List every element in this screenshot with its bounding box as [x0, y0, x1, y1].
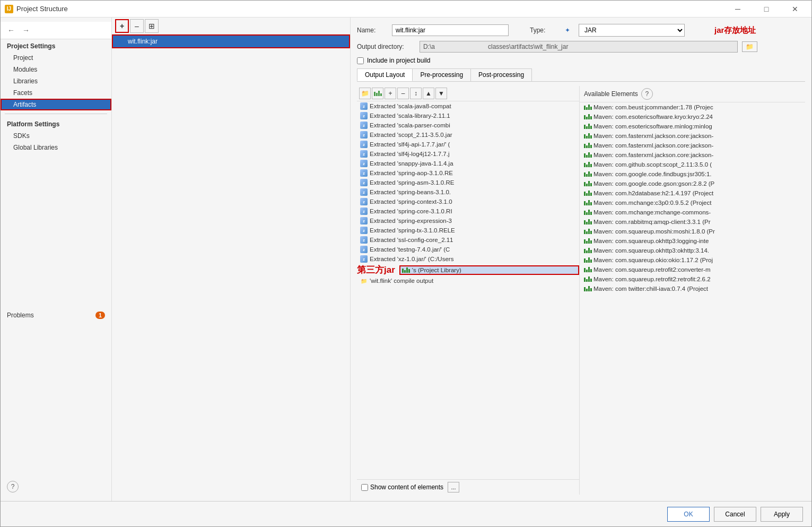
avail-item-11[interactable]: Maven: com.mchange:mchange-commons- [580, 208, 805, 217]
avail-item-18[interactable]: Maven: com.squareup.retrofit2:retrofit:2… [580, 274, 805, 284]
avail-item-5[interactable]: Maven: com.fasterxml.jackson.core:jackso… [580, 150, 805, 160]
maven-bars-0 [584, 105, 592, 110]
name-input[interactable] [392, 24, 509, 36]
tree-list: z Extracted 'scala-java8-compat z Extrac… [357, 101, 579, 479]
bar17-2 [404, 270, 406, 273]
tree-item-11[interactable]: z Extracted 'spring-core-3.1.0.RI [357, 206, 579, 216]
tree-down-btn[interactable]: ▼ [435, 88, 447, 99]
maximize-button[interactable]: □ [754, 1, 779, 18]
tree-item-13[interactable]: z Extracted 'spring-tx-3.1.0.RELE [357, 226, 579, 235]
tree-sort-btn[interactable]: ↕ [410, 88, 422, 99]
tree-item-6[interactable]: z Extracted 'snappy-java-1.1.4.ja [357, 159, 579, 168]
avail-item-0[interactable]: Maven: com.beust:jcommander:1.78 (Projec [580, 102, 805, 112]
avail-item-12[interactable]: Maven: com.rabbitmq:amqp-client:3.3.1 (P… [580, 217, 805, 227]
avail-label-1: Maven: com.esotericsoftware.kryo:kryo:2.… [593, 114, 713, 120]
artifact-item-wit-flink-jar[interactable]: ✦ wit.flink:jar [112, 34, 350, 48]
bar1 [374, 92, 376, 96]
sidebar-item-global-libraries[interactable]: Global Libraries [1, 142, 111, 153]
tree-item-5[interactable]: z Extracted 'slf4j-log4j12-1.7.7.j [357, 149, 579, 159]
copy-artifact-button[interactable]: ⊞ [145, 19, 159, 33]
tree-item-18[interactable]: 📁 'wit.flink' compile output [357, 276, 579, 286]
avail-label-9: Maven: com.h2database:h2:1.4.197 (Projec… [593, 190, 713, 196]
show-content-label: Show content of elements [370, 483, 443, 491]
tree-item-10[interactable]: z Extracted 'spring-context-3.1.0 [357, 197, 579, 206]
remove-artifact-button[interactable]: – [130, 19, 144, 33]
avail-item-10[interactable]: Maven: com.mchange:c3p0:0.9.5.2 (Project [580, 198, 805, 208]
avail-item-15[interactable]: Maven: com.squareup.okhttp3:okhttp:3.14. [580, 246, 805, 255]
artifact-toolbar: + – ⊞ [112, 18, 350, 34]
apply-button[interactable]: Apply [761, 507, 803, 522]
type-select[interactable]: JAR [579, 24, 685, 37]
add-artifact-button[interactable]: + [115, 19, 129, 33]
zip-icon-3: z [360, 131, 368, 139]
avail-item-4[interactable]: Maven: com.fasterxml.jackson.core:jackso… [580, 141, 805, 150]
ellipsis-button[interactable]: ... [448, 482, 459, 493]
available-help-button[interactable]: ? [641, 88, 653, 100]
avail-item-2[interactable]: Maven: com.esotericsoftware.minlog:minlo… [580, 122, 805, 131]
close-button[interactable]: ✕ [783, 1, 807, 18]
avail-item-8[interactable]: Maven: com.google.code.gson:gson:2.8.2 (… [580, 179, 805, 188]
help-button[interactable]: ? [7, 481, 19, 493]
tree-item-1[interactable]: z Extracted 'scala-library-2.11.1 [357, 111, 579, 120]
title-bar-left: IJ Project Structure [5, 5, 68, 13]
output-layout-tree: 📁 + – [357, 86, 580, 495]
project-structure-window: IJ Project Structure ─ □ ✕ ← → Project S… [0, 0, 812, 527]
sidebar-item-sdks[interactable]: SDKs [1, 130, 111, 142]
tree-item-7[interactable]: z Extracted 'spring-aop-3.1.0.RE [357, 168, 579, 178]
output-dir-input[interactable] [420, 41, 738, 53]
avail-item-19[interactable]: Maven: com twitter:chill-iava:0.7.4 (Pro… [580, 284, 805, 293]
tree-item-0[interactable]: z Extracted 'scala-java8-compat [357, 101, 579, 111]
tree-item-14[interactable]: z Extracted 'ssl-config-core_2.11 [357, 235, 579, 245]
tab-post-processing[interactable]: Post-processing [470, 68, 532, 81]
avail-item-1[interactable]: Maven: com.esotericsoftware.kryo:kryo:2.… [580, 112, 805, 122]
forward-button[interactable]: → [20, 24, 32, 37]
avail-item-7[interactable]: Maven: com.google.code.findbugs:jsr305:1… [580, 169, 805, 179]
tree-item-3[interactable]: z Extracted 'scopt_2.11-3.5.0.jar [357, 130, 579, 140]
cancel-button[interactable]: Cancel [714, 507, 756, 522]
browse-button[interactable]: 📁 [742, 41, 757, 52]
avail-item-9[interactable]: Maven: com.h2database:h2:1.4.197 (Projec… [580, 188, 805, 198]
tree-item-8[interactable]: z Extracted 'spring-asm-3.1.0.RE [357, 178, 579, 187]
tree-item-4[interactable]: z Extracted 'slf4j-api-1.7.7.jar/' ( [357, 140, 579, 149]
tree-item-2[interactable]: z Extracted 'scala-parser-combi [357, 120, 579, 130]
avail-item-6[interactable]: Maven: com.github.scopt:scopt_2.11:3.5.0… [580, 160, 805, 169]
maven-icon-13 [584, 228, 591, 235]
include-build-checkbox[interactable] [357, 57, 364, 64]
zip-icon-2: z [360, 122, 368, 129]
show-content-checkbox[interactable] [361, 484, 368, 491]
tree-item-label-2: Extracted 'scala-parser-combi [370, 122, 450, 128]
folder-icon-18: 📁 [360, 277, 368, 284]
tree-folder-btn[interactable]: 📁 [359, 88, 371, 99]
tab-output-layout[interactable]: Output Layout [357, 68, 413, 81]
ok-button[interactable]: OK [667, 507, 710, 522]
tree-up-btn[interactable]: ▲ [423, 88, 434, 99]
tree-toolbar: 📁 + – [357, 86, 579, 101]
sidebar-item-libraries[interactable]: Libraries [1, 75, 111, 87]
tree-item-16[interactable]: z Extracted 'xz-1.0.jar/' (C:/Users [357, 254, 579, 264]
maven-icon-15 [584, 247, 591, 254]
avail-label-6: Maven: com.github.scopt:scopt_2.11:3.5.0… [593, 161, 712, 168]
window-title: Project Structure [16, 5, 68, 13]
maven-icon-3 [584, 132, 591, 140]
tree-item-17[interactable]: 's (Project Library) [399, 265, 579, 275]
avail-item-14[interactable]: Maven: com.squareup.okhttp3:logging-inte [580, 236, 805, 246]
sidebar-item-artifacts[interactable]: Artifacts [1, 99, 111, 110]
tree-bars-btn[interactable] [372, 88, 383, 99]
minimize-button[interactable]: ─ [726, 1, 750, 18]
tab-pre-processing[interactable]: Pre-processing [412, 68, 471, 81]
back-button[interactable]: ← [5, 24, 18, 37]
sidebar-item-facets[interactable]: Facets [1, 87, 111, 99]
avail-item-17[interactable]: Maven: com.squareup.retrofit2:converter-… [580, 265, 805, 274]
avail-item-16[interactable]: Maven: com.squareup.okio:okio:1.17.2 (Pr… [580, 255, 805, 265]
avail-item-13[interactable]: Maven: com.squareup.moshi:moshi:1.8.0 (P… [580, 227, 805, 236]
tree-add-btn[interactable]: + [385, 88, 396, 99]
tree-item-9[interactable]: z Extracted 'spring-beans-3.1.0. [357, 187, 579, 197]
avail-item-3[interactable]: Maven: com.fasterxml.jackson.core:jackso… [580, 131, 805, 141]
sidebar-item-modules[interactable]: Modules [1, 64, 111, 75]
tree-item-12[interactable]: z Extracted 'spring-expression-3 [357, 216, 579, 226]
maven-icon-1 [584, 113, 591, 120]
sidebar-item-project[interactable]: Project [1, 52, 111, 64]
avail-label-17: Maven: com.squareup.retrofit2:converter-… [593, 266, 711, 273]
tree-item-15[interactable]: z Extracted 'testng-7.4.0.jar/' (C [357, 245, 579, 254]
tree-remove-btn[interactable]: – [397, 88, 409, 99]
